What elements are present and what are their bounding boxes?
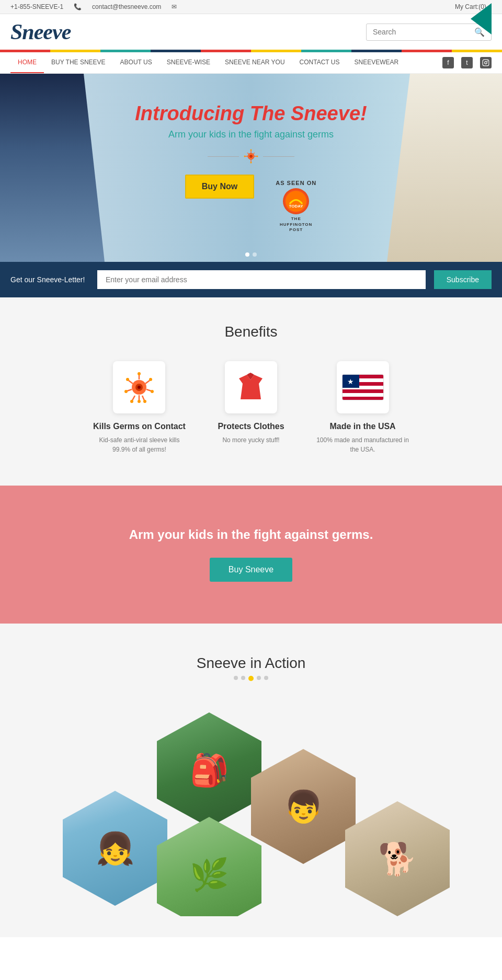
hex-photo-3: 🌿	[157, 817, 261, 916]
hex-photo-grid: 👧 🎒 🌿 👦 🐕	[21, 697, 481, 916]
today-logo: TODAY	[283, 188, 309, 214]
slideshow-dots	[245, 252, 257, 257]
action-dot-4[interactable]	[257, 676, 261, 680]
svg-point-33	[124, 390, 128, 393]
svg-point-12	[256, 156, 258, 157]
svg-point-14	[244, 156, 245, 157]
action-dot-5[interactable]	[264, 676, 268, 680]
newsletter-bar: Get our Sneeve-Letter! Subscribe	[0, 262, 502, 297]
svg-point-1	[485, 62, 487, 64]
svg-point-13	[250, 162, 252, 164]
action-title: Sneeve in Action	[21, 655, 481, 672]
benefits-section: Benefits	[0, 297, 502, 486]
svg-point-11	[250, 149, 252, 151]
svg-point-30	[151, 390, 154, 393]
benefit-clothes-desc: No more yucky stuff!	[218, 435, 284, 445]
action-dot-3[interactable]	[248, 676, 254, 681]
benefit-clothes-title: Protects Clothes	[218, 422, 284, 431]
phone-number: +1-855-SNEEVE-1	[10, 3, 63, 10]
svg-point-19	[138, 386, 141, 389]
nav-item-about[interactable]: ABOUT US	[113, 52, 159, 73]
nav-item-buy[interactable]: BUY THE SNEEVE	[44, 52, 113, 73]
cta-title: Arm your kids in the fight against germs…	[21, 527, 481, 542]
hex-photo-2: 🎒	[157, 712, 261, 827]
benefit-germs: Kills Germs on Contact Kid-safe anti-vir…	[92, 361, 186, 454]
svg-point-4	[249, 155, 253, 158]
benefit-clothes: Protects Clothes No more yucky stuff!	[218, 361, 284, 454]
hero-subtitle: Arm your kids in the fight against germs	[135, 129, 367, 140]
slide-dot-2[interactable]	[253, 252, 257, 257]
hex-photo-4: 👦	[251, 749, 356, 864]
newsletter-label: Get our Sneeve-Letter!	[10, 275, 89, 284]
nav-item-home[interactable]: HOME	[10, 52, 44, 73]
as-seen-on: AS SEEN ON TODAY THE HUFFINGTON POST	[275, 180, 317, 233]
benefit-usa: ★ Made in the USA 100% made and manufact…	[316, 361, 410, 454]
svg-point-31	[143, 400, 146, 403]
site-logo[interactable]: Sneeve	[10, 19, 71, 44]
action-section: Sneeve in Action 👧 🎒 🌿	[0, 624, 502, 937]
benefit-usa-desc: 100% made and manufactured in the USA.	[316, 435, 410, 454]
hero-section: Introducing The Sneeve! Arm your kids in…	[0, 74, 502, 262]
facebook-icon[interactable]: f	[442, 57, 454, 68]
top-bar: +1-855-SNEEVE-1 📞 contact@thesneeve.com …	[0, 0, 502, 14]
as-seen-on-label: AS SEEN ON	[276, 180, 316, 186]
huffington-post-label: THE HUFFINGTON POST	[275, 216, 317, 233]
svg-line-25	[127, 389, 132, 391]
nav-item-near-you[interactable]: SNEEVE NEAR YOU	[218, 52, 292, 73]
buy-now-button[interactable]: Buy Now	[185, 175, 254, 199]
twitter-icon[interactable]: t	[461, 57, 473, 68]
benefit-germs-title: Kills Germs on Contact	[92, 422, 186, 431]
svg-line-26	[129, 381, 133, 384]
svg-line-22	[146, 389, 151, 391]
svg-line-24	[132, 396, 135, 400]
subscribe-button[interactable]: Subscribe	[434, 270, 492, 289]
benefit-germs-desc: Kid-safe anti-viral sleeve kills 99.9% o…	[92, 435, 186, 454]
nav-item-sneevewear[interactable]: SNEEVEWEAR	[347, 52, 406, 73]
nav-links: HOME BUY THE SNEEVE ABOUT US SNEEVE-WISE…	[10, 52, 406, 73]
hero-content: Introducing The Sneeve! Arm your kids in…	[135, 102, 367, 233]
svg-point-29	[149, 378, 152, 381]
svg-line-23	[142, 396, 144, 400]
hero-title: Introducing The Sneeve!	[135, 102, 367, 125]
cart-triangle-decoration	[471, 3, 492, 34]
benefit-usa-title: Made in the USA	[316, 422, 410, 431]
hex-photo-1: 👧	[63, 791, 167, 906]
svg-text:TODAY: TODAY	[289, 204, 304, 209]
header: Sneeve 🔍	[0, 14, 502, 50]
germ-icon	[243, 148, 259, 164]
benefit-germs-icon	[113, 361, 165, 413]
svg-point-34	[126, 378, 129, 381]
buy-sneeve-button[interactable]: Buy Sneeve	[210, 558, 292, 582]
email-address: contact@thesneeve.com	[92, 3, 161, 10]
svg-line-21	[145, 381, 150, 384]
nav-item-sneevewise[interactable]: SNEEVE-WISE	[159, 52, 218, 73]
hero-divider	[135, 148, 367, 164]
newsletter-email-input[interactable]	[97, 270, 426, 289]
search-input[interactable]	[373, 28, 474, 36]
svg-point-35	[138, 400, 141, 403]
action-dot-1[interactable]	[234, 676, 238, 680]
svg-point-2	[487, 61, 488, 62]
cta-section: Arm your kids in the fight against germs…	[0, 486, 502, 624]
main-nav: HOME BUY THE SNEEVE ABOUT US SNEEVE-WISE…	[0, 52, 502, 74]
benefits-title: Benefits	[21, 324, 481, 340]
hex-photo-5: 🐕	[345, 801, 450, 916]
social-links: f t	[442, 57, 492, 68]
benefit-usa-icon: ★	[337, 361, 389, 413]
slide-dot-1[interactable]	[245, 252, 249, 257]
action-dots	[21, 676, 481, 681]
svg-point-15	[286, 191, 306, 212]
svg-rect-0	[483, 60, 489, 66]
svg-point-28	[138, 372, 141, 375]
svg-point-32	[130, 400, 133, 403]
benefits-grid: Kills Germs on Contact Kid-safe anti-vir…	[21, 361, 481, 454]
nav-item-contact[interactable]: CONTACT US	[292, 52, 347, 73]
instagram-icon[interactable]	[480, 57, 492, 68]
benefit-clothes-icon	[225, 361, 277, 413]
action-dot-2[interactable]	[241, 676, 245, 680]
